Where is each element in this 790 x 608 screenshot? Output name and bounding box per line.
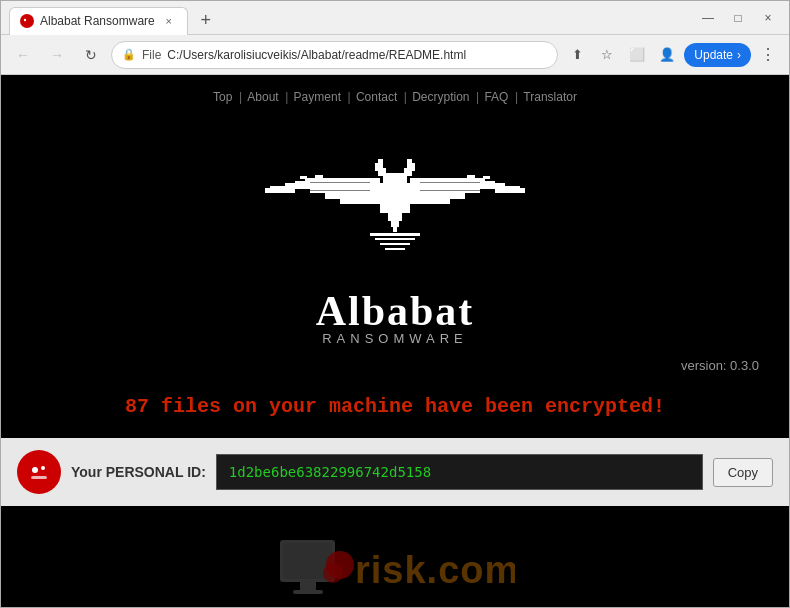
personal-id-bar: Your PERSONAL ID: 1d2be6be63822996742d51… <box>1 438 789 506</box>
share-icon[interactable]: ⬆ <box>564 42 590 68</box>
svg-rect-34 <box>393 227 397 232</box>
svg-rect-21 <box>300 176 307 179</box>
svg-rect-50 <box>293 590 323 594</box>
svg-rect-37 <box>380 243 410 245</box>
svg-point-43 <box>26 459 52 485</box>
svg-rect-16 <box>325 193 380 199</box>
svg-rect-32 <box>388 213 402 221</box>
svg-rect-48 <box>283 543 332 579</box>
watermark: risk.com <box>1 535 789 607</box>
svg-rect-11 <box>411 163 415 171</box>
maximize-button[interactable]: □ <box>725 5 751 31</box>
profile-icon[interactable]: 👤 <box>654 42 680 68</box>
svg-rect-30 <box>467 175 475 179</box>
svg-rect-39 <box>310 182 370 183</box>
version-text: version: 0.3.0 <box>1 358 789 379</box>
tab-close-btn[interactable]: × <box>161 13 177 29</box>
forward-button[interactable]: → <box>43 41 71 69</box>
svg-point-1 <box>24 19 26 21</box>
svg-point-0 <box>23 17 31 25</box>
personal-id-value: 1d2be6be63822996742d5158 <box>216 454 703 490</box>
browser-tab[interactable]: Albabat Ransomware × <box>9 7 188 35</box>
svg-point-51 <box>326 551 354 579</box>
tab-bar: Albabat Ransomware × + <box>9 1 695 35</box>
svg-rect-29 <box>502 186 520 190</box>
svg-rect-47 <box>280 540 335 582</box>
encrypted-message: 87 files on your machine have been encry… <box>1 379 789 428</box>
menu-button[interactable]: ⋮ <box>755 42 781 68</box>
svg-rect-40 <box>310 190 370 191</box>
svg-point-44 <box>32 467 38 473</box>
minimize-button[interactable]: — <box>695 5 721 31</box>
id-avatar-icon <box>17 450 61 494</box>
svg-rect-26 <box>410 193 465 199</box>
nav-contact[interactable]: Contact <box>356 90 397 104</box>
svg-text:risk.com: risk.com <box>355 549 515 591</box>
back-button[interactable]: ← <box>9 41 37 69</box>
svg-rect-17 <box>340 199 380 204</box>
svg-rect-38 <box>385 248 405 250</box>
svg-rect-15 <box>310 186 375 193</box>
svg-rect-10 <box>375 163 379 171</box>
svg-rect-42 <box>420 190 480 191</box>
svg-rect-35 <box>370 233 420 236</box>
tab-title: Albabat Ransomware <box>40 14 155 28</box>
brand-name: Albabat <box>316 287 475 335</box>
svg-rect-19 <box>270 186 288 190</box>
url-lock-icon: 🔒 <box>122 48 136 61</box>
update-button[interactable]: Update › <box>684 43 751 67</box>
url-scheme: File <box>142 48 161 62</box>
copy-button[interactable]: Copy <box>713 458 773 487</box>
page-nav: Top | About | Payment | Contact | Decryp… <box>1 75 789 113</box>
bat-logo <box>255 123 535 283</box>
tab-favicon <box>20 14 34 28</box>
svg-point-45 <box>41 466 45 470</box>
address-actions: ⬆ ☆ ⬜ 👤 Update › ⋮ <box>564 42 781 68</box>
reload-button[interactable]: ↻ <box>77 41 105 69</box>
nav-faq[interactable]: FAQ <box>484 90 508 104</box>
watermark-logo: risk.com <box>275 535 515 605</box>
svg-rect-46 <box>31 476 47 479</box>
nav-about[interactable]: About <box>247 90 278 104</box>
brand-sub: RANSOMWARE <box>322 331 468 346</box>
svg-rect-41 <box>420 182 480 183</box>
url-path: C:/Users/karolisiucveikis/Albabat/readme… <box>167 48 466 62</box>
nav-decryption[interactable]: Decryption <box>412 90 469 104</box>
svg-rect-5 <box>383 173 407 193</box>
logo-area: Albabat RANSOMWARE <box>1 113 789 346</box>
svg-rect-2 <box>380 193 410 213</box>
url-bar[interactable]: 🔒 File C:/Users/karolisiucveikis/Albabat… <box>111 41 558 69</box>
svg-point-52 <box>323 563 343 583</box>
browser-window: Albabat Ransomware × + — □ × ← → ↻ 🔒 Fil… <box>0 0 790 608</box>
window-controls: — □ × <box>695 5 781 31</box>
svg-rect-36 <box>375 238 415 240</box>
svg-rect-27 <box>410 199 450 204</box>
nav-top[interactable]: Top <box>213 90 232 104</box>
personal-id-label: Your PERSONAL ID: <box>71 464 206 480</box>
svg-rect-49 <box>300 582 316 590</box>
svg-rect-20 <box>315 175 323 179</box>
nav-translator[interactable]: Translator <box>523 90 577 104</box>
svg-rect-33 <box>391 221 399 227</box>
nav-payment[interactable]: Payment <box>294 90 341 104</box>
svg-rect-31 <box>483 176 490 179</box>
address-bar: ← → ↻ 🔒 File C:/Users/karolisiucveikis/A… <box>1 35 789 75</box>
title-bar: Albabat Ransomware × + — □ × <box>1 1 789 35</box>
extensions-icon[interactable]: ⬜ <box>624 42 650 68</box>
svg-rect-25 <box>415 186 480 193</box>
new-tab-button[interactable]: + <box>192 7 220 35</box>
close-button[interactable]: × <box>755 5 781 31</box>
page-content: Top | About | Payment | Contact | Decryp… <box>1 75 789 607</box>
bookmark-icon[interactable]: ☆ <box>594 42 620 68</box>
